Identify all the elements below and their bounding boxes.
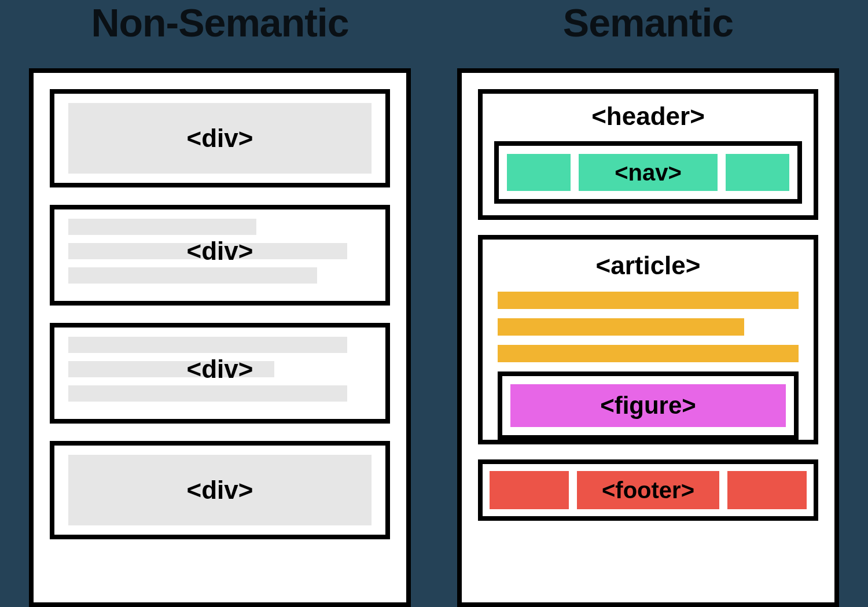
figure-label: <figure> — [510, 384, 786, 427]
placeholder-line — [68, 267, 317, 284]
nav-item — [507, 154, 571, 191]
panel-non-semantic: <div> <div> <div> — [29, 68, 411, 607]
nav-block: <nav> — [494, 141, 802, 204]
column-semantic: Semantic <header> <nav> <article> <figur… — [457, 0, 839, 607]
title-non-semantic: Non-Semantic — [91, 0, 348, 45]
div-fill: <div> — [68, 455, 372, 525]
diagram-stage: Non-Semantic <div> <div> — [0, 0, 868, 607]
placeholder-line — [68, 385, 347, 402]
header-label: <header> — [494, 102, 802, 131]
article-label: <article> — [498, 251, 799, 280]
div-block-1: <div> — [50, 89, 390, 187]
placeholder-line — [68, 337, 347, 353]
div-block-3: <div> — [50, 323, 390, 424]
div-fill: <div> — [68, 103, 372, 174]
article-line — [498, 292, 799, 309]
article-block: <article> <figure> — [478, 235, 818, 444]
div-label: <div> — [68, 237, 372, 266]
title-semantic: Semantic — [563, 0, 733, 45]
div-block-4: <div> — [50, 441, 390, 539]
div-block-2: <div> — [50, 205, 390, 306]
placeholder-line — [68, 219, 256, 235]
figure-block: <figure> — [498, 371, 799, 440]
div-label: <div> — [187, 124, 253, 153]
div-lines: <div> — [68, 337, 372, 402]
panel-semantic: <header> <nav> <article> <figure> <foote — [457, 68, 839, 607]
div-lines: <div> — [68, 219, 372, 284]
footer-label: <footer> — [577, 471, 719, 509]
article-line — [498, 345, 799, 362]
footer-item — [490, 471, 569, 509]
div-label: <div> — [68, 355, 372, 384]
div-label: <div> — [187, 476, 253, 505]
column-non-semantic: Non-Semantic <div> <div> — [29, 0, 411, 607]
nav-item — [726, 154, 789, 191]
nav-label: <nav> — [579, 154, 718, 191]
article-line — [498, 318, 744, 336]
footer-block: <footer> — [478, 459, 818, 521]
footer-item — [727, 471, 807, 509]
header-block: <header> <nav> — [478, 89, 818, 220]
